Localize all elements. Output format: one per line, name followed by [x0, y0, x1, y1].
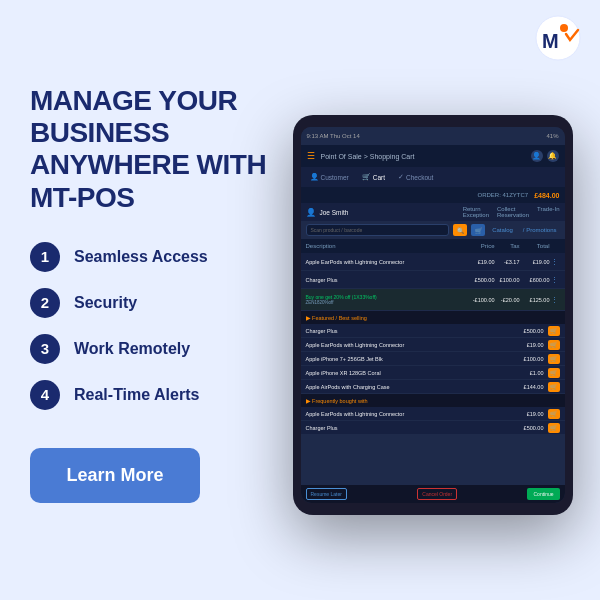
col-tax: Tax	[495, 243, 520, 249]
list-item[interactable]: Apple AirPods with Charging Case £144.00…	[301, 380, 565, 394]
feature-label: Work Remotely	[74, 340, 190, 358]
collect-reservation[interactable]: CollectReservation	[497, 206, 529, 218]
status-bar: 9:13 AM Thu Oct 14 41%	[301, 127, 565, 145]
features-list: 1 Seamless Access 2 Security 3 Work Remo…	[30, 242, 275, 410]
order-total: £484.00	[534, 192, 559, 199]
page-container: M MANAGE YOUR BUSINESS ANYWHERE WITH MT-…	[0, 0, 600, 600]
svg-point-1	[560, 24, 568, 32]
table-header: Description Price Tax Total	[301, 239, 565, 253]
customer-actions: ReturnException CollectReservation Trade…	[463, 206, 560, 218]
cart-items-list: Apple EarPods with Lightning Connector £…	[301, 253, 565, 485]
tab-customer[interactable]: 👤Customer	[305, 171, 354, 183]
list-item[interactable]: Charger Plus £500.00 🛒	[301, 324, 565, 338]
add-to-cart-icon[interactable]: 🛒	[548, 423, 560, 433]
customer-icon: 👤	[306, 208, 316, 217]
feature-label: Security	[74, 294, 137, 312]
svg-text:M: M	[542, 30, 559, 52]
feature-item-4: 4 Real-Time Alerts	[30, 380, 275, 410]
right-panel: 9:13 AM Thu Oct 14 41% ☰ Point Of Sale >…	[285, 30, 580, 570]
list-item[interactable]: Apple EarPods with Lightning Connector £…	[301, 338, 565, 352]
add-to-cart-icon[interactable]: 🛒	[548, 340, 560, 350]
breadcrumb: Point Of Sale > Shopping Cart	[321, 153, 415, 160]
add-to-cart-icon[interactable]: 🛒	[548, 326, 560, 336]
feature-number: 2	[30, 288, 60, 318]
feature-item-2: 2 Security	[30, 288, 275, 318]
featured-title: ▶ Featured / Best selling	[306, 315, 367, 321]
promotions-link[interactable]: / Promotions	[520, 227, 560, 233]
list-item[interactable]: Apple iPhone 7+ 256GB Jet Blk £100.00 🛒	[301, 352, 565, 366]
add-to-cart-icon[interactable]: 🛒	[548, 368, 560, 378]
user-icon[interactable]: 👤	[531, 150, 543, 162]
list-item[interactable]: Charger Plus £500.00 🛒	[301, 421, 565, 435]
pos-tabs: 👤Customer 🛒Cart ✓Checkout	[301, 167, 565, 187]
bell-icon[interactable]: 🔔	[547, 150, 559, 162]
order-id: ORDER: 41ZYTC7	[478, 192, 529, 198]
feature-item-1: 1 Seamless Access	[30, 242, 275, 272]
bottom-action-bar: Resume Later Cancel Order Continue	[301, 485, 565, 503]
catalog-link[interactable]: Catalog	[489, 227, 516, 233]
tablet-mockup: 9:13 AM Thu Oct 14 41% ☰ Point Of Sale >…	[293, 115, 573, 515]
resume-later-button[interactable]: Resume Later	[306, 488, 347, 500]
frequently-section-header: ▶ Frequently bought with	[301, 394, 565, 407]
trade-in[interactable]: Trade-In	[537, 206, 559, 218]
list-item[interactable]: Apple iPhone XR 128GB Coral £1.00 🛒	[301, 366, 565, 380]
left-panel: MANAGE YOUR BUSINESS ANYWHERE WITH MT-PO…	[30, 30, 275, 570]
order-bar: ORDER: 41ZYTC7 £484.00	[301, 187, 565, 203]
add-to-cart-icon[interactable]: 🛒	[548, 382, 560, 392]
col-description: Description	[306, 243, 465, 249]
logo: M	[534, 14, 582, 62]
col-total: Total	[520, 243, 550, 249]
frequently-title: ▶ Frequently bought with	[306, 398, 368, 404]
cancel-order-button[interactable]: Cancel Order	[417, 488, 457, 500]
col-price: Price	[465, 243, 495, 249]
product-search-input[interactable]: Scan product / barcode	[306, 224, 450, 236]
learn-more-button[interactable]: Learn More	[30, 448, 200, 503]
tab-cart[interactable]: 🛒Cart	[357, 171, 390, 183]
search-button[interactable]: 🔍	[453, 224, 467, 236]
cart-button[interactable]: 🛒	[471, 224, 485, 236]
featured-section-header: ▶ Featured / Best selling	[301, 311, 565, 324]
row-menu-icon[interactable]: ⋮	[551, 276, 558, 284]
row-menu-icon[interactable]: ⋮	[551, 296, 558, 304]
battery-display: 41%	[546, 133, 558, 139]
feature-number: 3	[30, 334, 60, 364]
tab-checkout[interactable]: ✓Checkout	[393, 171, 438, 183]
feature-item-3: 3 Work Remotely	[30, 334, 275, 364]
feature-label: Real-Time Alerts	[74, 386, 199, 404]
list-item[interactable]: Apple EarPods with Lightning Connector £…	[301, 407, 565, 421]
headline: MANAGE YOUR BUSINESS ANYWHERE WITH MT-PO…	[30, 85, 275, 214]
search-bar: Scan product / barcode 🔍 🛒 Catalog / Pro…	[301, 221, 565, 239]
row-menu-icon[interactable]: ⋮	[551, 258, 558, 266]
customer-name: Joe Smith	[320, 209, 459, 216]
add-to-cart-icon[interactable]: 🛒	[548, 409, 560, 419]
table-row: Apple EarPods with Lightning Connector £…	[301, 253, 565, 271]
menu-icon[interactable]: ☰	[307, 151, 315, 161]
customer-bar: 👤 Joe Smith ReturnException CollectReser…	[301, 203, 565, 221]
feature-number: 1	[30, 242, 60, 272]
nav-icons: 👤 🔔	[531, 150, 559, 162]
time-display: 9:13 AM Thu Oct 14	[307, 133, 360, 139]
return-exception[interactable]: ReturnException	[463, 206, 489, 218]
continue-button[interactable]: Continue	[527, 488, 559, 500]
pos-navbar: ☰ Point Of Sale > Shopping Cart 👤 🔔	[301, 145, 565, 167]
feature-label: Seamless Access	[74, 248, 208, 266]
add-to-cart-icon[interactable]: 🛒	[548, 354, 560, 364]
table-row-promo: Buy one get 20% off (1X33%off) ZEN1820%o…	[301, 289, 565, 311]
table-row: Charger Plus £500.00 £100.00 £600.00 ⋮	[301, 271, 565, 289]
tablet-screen: 9:13 AM Thu Oct 14 41% ☰ Point Of Sale >…	[301, 127, 565, 503]
feature-number: 4	[30, 380, 60, 410]
